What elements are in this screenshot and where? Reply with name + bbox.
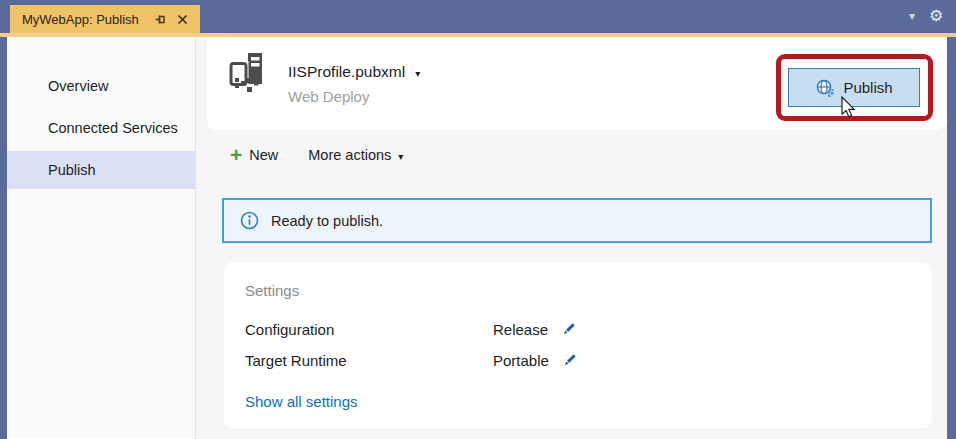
setting-row-configuration: Configuration Release xyxy=(245,318,932,340)
profile-name: IISProfile.pubxml xyxy=(288,63,405,81)
setting-label: Target Runtime xyxy=(245,352,493,369)
plus-icon: + xyxy=(230,146,242,164)
publish-button-label: Publish xyxy=(843,79,892,96)
info-icon xyxy=(240,211,259,230)
show-all-settings-link[interactable]: Show all settings xyxy=(245,393,358,410)
publish-globe-icon xyxy=(815,78,835,98)
mouse-cursor xyxy=(840,96,856,123)
settings-card: Settings Configuration Release Target Ru… xyxy=(224,262,932,428)
sidebar-item-publish[interactable]: Publish xyxy=(7,151,195,189)
tab-title: MyWebApp: Publish xyxy=(22,12,146,27)
chevron-down-icon: ▾ xyxy=(415,66,420,79)
profile-header-card: IISProfile.pubxml ▾ Web Deploy Publish xyxy=(207,37,947,130)
pin-icon[interactable] xyxy=(152,11,168,27)
sidebar-item-overview[interactable]: Overview xyxy=(7,67,195,105)
new-profile-button[interactable]: + New xyxy=(230,146,278,164)
setting-label: Configuration xyxy=(245,321,493,338)
more-actions-label: More actions xyxy=(308,147,391,163)
sidebar-item-connected-services[interactable]: Connected Services xyxy=(7,109,195,147)
publish-sidebar: Overview Connected Services Publish xyxy=(7,37,196,439)
publish-profile-icon xyxy=(227,51,267,101)
setting-value: Release xyxy=(493,321,548,338)
publish-main-panel: IISProfile.pubxml ▾ Web Deploy Publish xyxy=(196,37,947,439)
profile-method-label: Web Deploy xyxy=(288,88,369,105)
document-tab-mywebapp-publish[interactable]: MyWebApp: Publish xyxy=(10,5,200,33)
more-actions-button[interactable]: More actions ▾ xyxy=(308,147,403,163)
profile-selector[interactable]: IISProfile.pubxml ▾ xyxy=(288,63,420,81)
tab-bar: MyWebApp: Publish ▾ ⚙ xyxy=(0,0,956,33)
edit-pencil-icon[interactable] xyxy=(560,321,577,338)
edit-pencil-icon[interactable] xyxy=(561,352,578,369)
window-left-border xyxy=(0,37,7,439)
status-message: Ready to publish. xyxy=(271,213,383,229)
settings-rows: Configuration Release Target Runtime Por… xyxy=(245,318,932,371)
chevron-down-icon[interactable]: ▾ xyxy=(909,9,915,23)
setting-value: Portable xyxy=(493,352,549,369)
new-button-label: New xyxy=(249,147,278,163)
window-right-border xyxy=(947,37,956,439)
gear-icon[interactable]: ⚙ xyxy=(929,5,943,27)
settings-section-title: Settings xyxy=(245,282,932,300)
setting-row-target-runtime: Target Runtime Portable xyxy=(245,349,932,371)
status-info-bar: Ready to publish. xyxy=(222,198,932,243)
chevron-down-icon: ▾ xyxy=(398,149,403,162)
close-icon[interactable] xyxy=(174,11,190,27)
profile-toolbar: + New More actions ▾ xyxy=(230,146,403,164)
